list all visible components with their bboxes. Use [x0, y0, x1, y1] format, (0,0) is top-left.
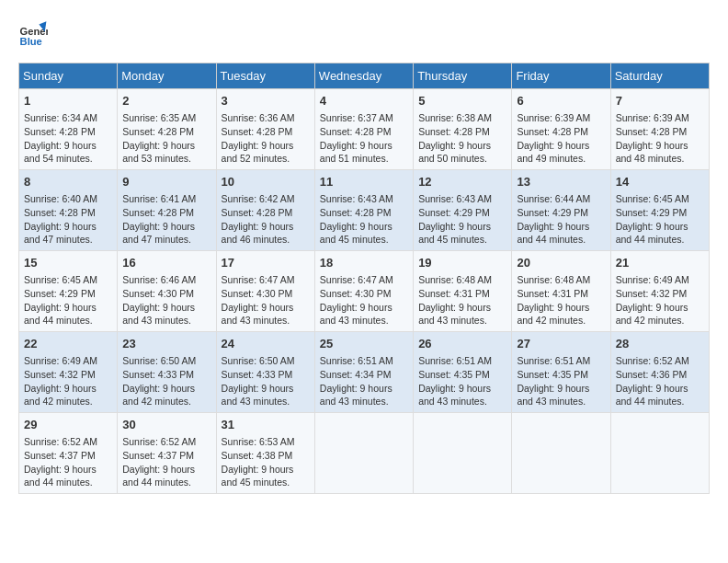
day-info: Sunrise: 6:46 AM Sunset: 4:30 PM Dayligh… — [122, 273, 210, 327]
calendar-cell: 17Sunrise: 6:47 AM Sunset: 4:30 PM Dayli… — [216, 251, 314, 332]
day-number: 15 — [24, 255, 112, 271]
calendar-cell — [314, 413, 413, 494]
day-number: 20 — [517, 255, 605, 271]
day-number: 24 — [222, 336, 310, 352]
calendar-cell: 18Sunrise: 6:47 AM Sunset: 4:30 PM Dayli… — [314, 251, 413, 332]
day-number: 22 — [24, 336, 112, 352]
calendar-cell: 8Sunrise: 6:40 AM Sunset: 4:28 PM Daylig… — [19, 170, 118, 251]
day-info: Sunrise: 6:49 AM Sunset: 4:32 PM Dayligh… — [616, 273, 704, 327]
day-info: Sunrise: 6:44 AM Sunset: 4:29 PM Dayligh… — [517, 192, 605, 247]
day-info: Sunrise: 6:45 AM Sunset: 4:29 PM Dayligh… — [616, 192, 704, 247]
calendar-cell: 5Sunrise: 6:38 AM Sunset: 4:28 PM Daylig… — [414, 89, 512, 170]
day-number: 25 — [320, 336, 408, 352]
day-number: 6 — [517, 93, 605, 109]
day-number: 30 — [122, 417, 210, 433]
calendar-cell: 3Sunrise: 6:36 AM Sunset: 4:28 PM Daylig… — [216, 89, 314, 170]
calendar-cell: 28Sunrise: 6:52 AM Sunset: 4:36 PM Dayli… — [610, 332, 709, 413]
calendar-cell: 19Sunrise: 6:48 AM Sunset: 4:31 PM Dayli… — [414, 251, 512, 332]
calendar-cell: 2Sunrise: 6:35 AM Sunset: 4:28 PM Daylig… — [118, 89, 216, 170]
day-info: Sunrise: 6:48 AM Sunset: 4:31 PM Dayligh… — [418, 273, 506, 327]
day-number: 28 — [616, 336, 704, 352]
calendar-cell: 15Sunrise: 6:45 AM Sunset: 4:29 PM Dayli… — [19, 251, 118, 332]
logo-icon: General Blue — [18, 18, 48, 48]
day-info: Sunrise: 6:50 AM Sunset: 4:33 PM Dayligh… — [222, 354, 310, 408]
calendar-cell: 1Sunrise: 6:34 AM Sunset: 4:28 PM Daylig… — [19, 89, 118, 170]
day-number: 1 — [24, 93, 112, 109]
calendar-header: SundayMondayTuesdayWednesdayThursdayFrid… — [19, 63, 710, 89]
day-number: 13 — [517, 174, 605, 190]
day-number: 12 — [418, 174, 506, 190]
day-number: 4 — [320, 93, 408, 109]
day-info: Sunrise: 6:52 AM Sunset: 4:37 PM Dayligh… — [24, 435, 112, 489]
calendar-cell — [512, 413, 610, 494]
day-info: Sunrise: 6:45 AM Sunset: 4:29 PM Dayligh… — [24, 273, 112, 327]
calendar-cell: 27Sunrise: 6:51 AM Sunset: 4:35 PM Dayli… — [512, 332, 610, 413]
day-info: Sunrise: 6:37 AM Sunset: 4:28 PM Dayligh… — [320, 111, 408, 166]
day-number: 11 — [320, 174, 408, 190]
column-header-friday: Friday — [512, 63, 610, 89]
column-header-sunday: Sunday — [19, 63, 118, 89]
day-number: 5 — [418, 93, 506, 109]
calendar-week-2: 8Sunrise: 6:40 AM Sunset: 4:28 PM Daylig… — [19, 170, 710, 251]
day-number: 21 — [616, 255, 704, 271]
day-info: Sunrise: 6:35 AM Sunset: 4:28 PM Dayligh… — [122, 111, 210, 166]
day-number: 2 — [122, 93, 210, 109]
calendar-cell: 26Sunrise: 6:51 AM Sunset: 4:35 PM Dayli… — [414, 332, 512, 413]
page-header: General Blue — [18, 18, 710, 48]
calendar-cell: 20Sunrise: 6:48 AM Sunset: 4:31 PM Dayli… — [512, 251, 610, 332]
calendar-table: SundayMondayTuesdayWednesdayThursdayFrid… — [18, 63, 710, 494]
calendar-week-3: 15Sunrise: 6:45 AM Sunset: 4:29 PM Dayli… — [19, 251, 710, 332]
day-number: 19 — [418, 255, 506, 271]
calendar-cell: 31Sunrise: 6:53 AM Sunset: 4:38 PM Dayli… — [216, 413, 314, 494]
day-info: Sunrise: 6:41 AM Sunset: 4:28 PM Dayligh… — [122, 192, 210, 247]
day-info: Sunrise: 6:47 AM Sunset: 4:30 PM Dayligh… — [320, 273, 408, 327]
calendar-cell: 22Sunrise: 6:49 AM Sunset: 4:32 PM Dayli… — [19, 332, 118, 413]
day-info: Sunrise: 6:53 AM Sunset: 4:38 PM Dayligh… — [222, 435, 310, 489]
svg-text:Blue: Blue — [20, 36, 42, 47]
calendar-week-5: 29Sunrise: 6:52 AM Sunset: 4:37 PM Dayli… — [19, 413, 710, 494]
day-number: 7 — [616, 93, 704, 109]
day-number: 27 — [517, 336, 605, 352]
day-number: 16 — [122, 255, 210, 271]
day-info: Sunrise: 6:50 AM Sunset: 4:33 PM Dayligh… — [122, 354, 210, 408]
day-number: 14 — [616, 174, 704, 190]
day-info: Sunrise: 6:49 AM Sunset: 4:32 PM Dayligh… — [24, 354, 112, 408]
calendar-cell: 7Sunrise: 6:39 AM Sunset: 4:28 PM Daylig… — [610, 89, 709, 170]
calendar-cell: 4Sunrise: 6:37 AM Sunset: 4:28 PM Daylig… — [314, 89, 413, 170]
column-header-monday: Monday — [118, 63, 216, 89]
day-number: 3 — [222, 93, 310, 109]
day-number: 23 — [122, 336, 210, 352]
day-info: Sunrise: 6:42 AM Sunset: 4:28 PM Dayligh… — [222, 192, 310, 247]
day-number: 9 — [122, 174, 210, 190]
day-info: Sunrise: 6:43 AM Sunset: 4:29 PM Dayligh… — [418, 192, 506, 247]
calendar-cell: 29Sunrise: 6:52 AM Sunset: 4:37 PM Dayli… — [19, 413, 118, 494]
day-number: 18 — [320, 255, 408, 271]
day-info: Sunrise: 6:34 AM Sunset: 4:28 PM Dayligh… — [24, 111, 112, 166]
logo: General Blue — [18, 18, 51, 48]
day-number: 29 — [24, 417, 112, 433]
calendar-cell: 10Sunrise: 6:42 AM Sunset: 4:28 PM Dayli… — [216, 170, 314, 251]
calendar-cell: 23Sunrise: 6:50 AM Sunset: 4:33 PM Dayli… — [118, 332, 216, 413]
calendar-cell: 9Sunrise: 6:41 AM Sunset: 4:28 PM Daylig… — [118, 170, 216, 251]
day-info: Sunrise: 6:38 AM Sunset: 4:28 PM Dayligh… — [418, 111, 506, 166]
day-number: 31 — [222, 417, 310, 433]
calendar-cell: 25Sunrise: 6:51 AM Sunset: 4:34 PM Dayli… — [314, 332, 413, 413]
calendar-cell: 13Sunrise: 6:44 AM Sunset: 4:29 PM Dayli… — [512, 170, 610, 251]
calendar-cell: 11Sunrise: 6:43 AM Sunset: 4:28 PM Dayli… — [314, 170, 413, 251]
day-number: 26 — [418, 336, 506, 352]
column-header-tuesday: Tuesday — [216, 63, 314, 89]
day-info: Sunrise: 6:39 AM Sunset: 4:28 PM Dayligh… — [517, 111, 605, 166]
day-info: Sunrise: 6:51 AM Sunset: 4:35 PM Dayligh… — [418, 354, 506, 408]
day-info: Sunrise: 6:51 AM Sunset: 4:35 PM Dayligh… — [517, 354, 605, 408]
calendar-cell — [610, 413, 709, 494]
day-info: Sunrise: 6:48 AM Sunset: 4:31 PM Dayligh… — [517, 273, 605, 327]
day-number: 10 — [222, 174, 310, 190]
day-info: Sunrise: 6:43 AM Sunset: 4:28 PM Dayligh… — [320, 192, 408, 247]
calendar-cell — [414, 413, 512, 494]
day-number: 17 — [222, 255, 310, 271]
day-info: Sunrise: 6:36 AM Sunset: 4:28 PM Dayligh… — [222, 111, 310, 166]
calendar-week-4: 22Sunrise: 6:49 AM Sunset: 4:32 PM Dayli… — [19, 332, 710, 413]
calendar-cell: 12Sunrise: 6:43 AM Sunset: 4:29 PM Dayli… — [414, 170, 512, 251]
day-number: 8 — [24, 174, 112, 190]
day-info: Sunrise: 6:47 AM Sunset: 4:30 PM Dayligh… — [222, 273, 310, 327]
